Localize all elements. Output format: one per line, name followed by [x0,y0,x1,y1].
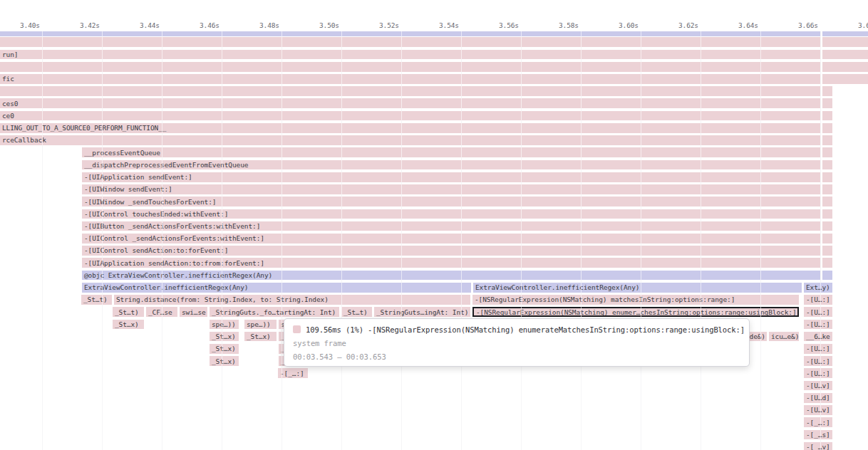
flame-box[interactable] [822,246,832,256]
flame-box[interactable]: Ext…y) [804,283,832,293]
flame-box[interactable]: -[U…:] [804,295,832,305]
flame-box[interactable]: swi…se [180,307,207,317]
flame-box[interactable] [822,74,868,84]
flame-box-label: -[U…:] [806,320,830,328]
flame-chart: 3.40s3.42s3.44s3.46s3.48s3.50s3.52s3.54s… [0,0,868,450]
flame-box[interactable] [822,86,832,96]
flame-box[interactable]: -[UIControl touchesEnded:withEvent:] [82,209,820,219]
flame-box[interactable]: _St…t) [113,307,144,317]
flame-box[interactable]: run] [0,50,820,60]
flame-box[interactable]: _St…x) [113,320,144,330]
flame-box[interactable] [0,62,820,72]
flame-box[interactable] [0,37,820,47]
flame-box[interactable]: -[U…:] [804,368,832,378]
flame-box-label: spe…)) [247,320,271,328]
flame-box[interactable]: ExtraViewController.inefficientRegex(Any… [82,283,471,293]
flame-box-label: _StringGuts…ingAt: Int) [376,308,468,316]
flame-box[interactable]: rceCallback [0,135,820,145]
flame-box[interactable]: _St…x) [210,344,239,354]
flame-box[interactable]: -[UIControl _sendActionsForEvents:withEv… [82,234,820,244]
flame-box[interactable]: ces0 [0,98,820,108]
flame-box[interactable]: fic [0,74,820,84]
flame-box[interactable] [822,123,832,133]
flame-box[interactable] [822,62,868,72]
flame-box[interactable] [822,209,832,219]
flame-box[interactable] [822,160,832,170]
flame-box[interactable] [822,197,832,206]
flame-box[interactable]: -[_…:] [278,368,308,378]
flame-box-label: _St…t) [115,308,139,316]
flame-box-label: -[NSRegularExpression(NSMatching) matche… [475,295,735,303]
flame-box-label: -[NSRegularExpression(NSMatching) enumer… [476,308,797,316]
flame-box[interactable]: -[U…:] [804,344,832,354]
flame-box[interactable] [822,172,832,182]
flame-box[interactable] [822,50,868,60]
flame-box[interactable]: _St…x) [210,356,239,366]
flame-box[interactable]: -[U…v] [804,405,832,415]
flame-box[interactable]: __6…ke [804,332,832,342]
flame-box[interactable]: spe…)) [210,320,239,330]
flame-box[interactable]: __processEventQueue [82,147,820,157]
flame-box-label: -[_…s] [806,431,830,439]
ruler-tick-label: 3.66s [775,21,818,30]
flame-box[interactable]: -[UIApplication sendEvent:] [82,172,820,182]
flame-box[interactable]: _StringGuts._fo…tartingAt: Int) [210,307,339,317]
flame-box[interactable]: -[UIWindow sendEvent:] [82,184,820,194]
flame-box[interactable]: -[U…:] [804,320,832,330]
flame-box[interactable]: @objc ExtraViewController.inefficientReg… [82,271,820,281]
flame-box[interactable]: -[U…:] [804,307,832,317]
flame-box[interactable]: -[UIWindow _sendTouchesForEvent:] [82,197,820,206]
flame-box[interactable]: -[_…s] [804,430,832,440]
flame-box[interactable]: -[UIButton _sendActionsForEvents:withEve… [82,221,820,231]
flame-box[interactable] [822,31,868,36]
flame-box[interactable]: _St…x) [244,332,277,342]
flame-box[interactable]: -[UIApplication sendAction:to:from:forEv… [82,258,820,268]
flame-box-label: -[U…d] [806,394,830,402]
flame-box[interactable] [822,221,832,231]
tooltip-subtitle: system frame [284,334,749,347]
flame-box-label: de&) [750,333,765,340]
flame-box[interactable]: _St…t) [341,307,372,317]
flame-box[interactable]: -[_…v] [804,442,832,450]
flame-box[interactable]: _St…t) [81,295,112,305]
flame-box[interactable] [0,31,820,36]
flame-box[interactable]: -[U…v] [804,381,832,391]
flame-box[interactable] [822,135,832,145]
ruler-tick-label: 3.44s [117,21,160,30]
flame-box[interactable]: _CF…se [146,307,177,317]
ruler-tick-label: 3.56s [476,21,519,30]
flame-box-label: icu…e&) [771,333,799,340]
flame-box[interactable]: icu…e&) [769,332,799,342]
flame-box[interactable]: -[U…:] [804,356,832,366]
time-ruler[interactable]: 3.40s3.42s3.44s3.46s3.48s3.50s3.52s3.54s… [0,0,868,31]
ruler-tick-label: 3.58s [536,21,579,30]
flame-box-label: -[_…v] [806,443,830,450]
flame-box-label: _CF…se [148,308,172,316]
flame-box[interactable]: ce0 [0,111,820,121]
flame-box[interactable] [822,271,832,281]
ruler-tick-label: 3.40s [0,21,40,30]
flame-box[interactable] [822,147,832,157]
flame-box-label: -[UIWindow sendEvent:] [84,185,172,193]
flame-box[interactable]: -[NSRegularExpression(NSMatching) matche… [472,295,799,305]
flame-box[interactable] [822,98,832,108]
flame-box[interactable] [822,258,832,268]
flame-box[interactable]: ExtraViewController.inefficientRegex(Any… [473,283,802,293]
ruler-tick-label: 3.46s [177,21,219,30]
flame-box-selected[interactable]: -[NSRegularExpression(NSMatching) enumer… [472,307,799,317]
ruler-tick-label: 3.52s [356,21,399,30]
flame-box[interactable]: -[_…:] [804,417,832,427]
flame-box[interactable]: _St…x) [210,332,239,342]
flame-box[interactable] [822,234,832,244]
flame-box[interactable]: __dispatchPreprocessedEventFromEventQueu… [82,160,820,170]
flame-box[interactable] [822,37,868,47]
flame-box[interactable] [822,184,832,194]
flame-box[interactable] [0,86,820,96]
flame-box[interactable]: -[U…d] [804,393,832,403]
flame-box[interactable]: spe…)) [244,320,277,330]
flame-box[interactable]: -[UIControl sendAction:to:forEvent:] [82,246,820,256]
flame-box[interactable]: _StringGuts…ingAt: Int) [374,307,470,317]
flame-box[interactable]: String.distance(from: String.Index, to: … [114,295,470,305]
flame-box[interactable] [822,111,832,121]
flame-box[interactable]: LLING_OUT_TO_A_SOURCE0_PERFORM_FUNCTION_… [0,123,820,133]
